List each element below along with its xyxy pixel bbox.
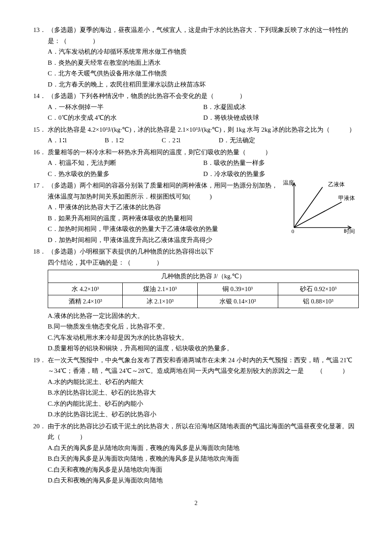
question-stem: （多选题）下列各种情况中，物质的比热容不会变化的是（ ） [48, 91, 359, 102]
table-title: 几种物质的比热容 J/（kg.℃） [48, 270, 359, 283]
table-cell: 铝 0.88×10³ [278, 295, 358, 308]
question-stem: （多选题）夏季的海边，昼夜温差小，气候宜人，这是由于水的比热容大．下列现象反映了… [48, 25, 359, 46]
question-number: 14． [33, 91, 48, 102]
question-15: 15． 水的比热容是 4.2×10³J/(kg·℃)，冰的比热容是 2.1×10… [33, 124, 359, 146]
option-d: D.水的比热容比泥土、砂石的比热容小 [48, 409, 359, 420]
table-cell: 水 4.2×10³ [48, 283, 123, 295]
option-a: A．1∶1 [48, 135, 103, 146]
table-cell: 酒精 2.4×10³ [48, 295, 123, 308]
option-b: B．炎热的夏天经常在教室的地面上洒水 [48, 58, 359, 69]
question-number: 18． [33, 246, 48, 257]
option-a: A．初温不知，无法判断 [48, 158, 203, 169]
option-d: D.质量相等的铝块和铜块，升高相同的温度，铝块吸收的热量多。 [48, 343, 359, 354]
question-number: 17． [33, 180, 48, 191]
option-a: A．汽车发动机的冷却循环系统常用水做工作物质 [48, 46, 359, 58]
option-d: D．冷水吸收的热量多 [203, 169, 359, 180]
question-18: 18． （多选题）小明根据下表提供的几种物质的比热容得出以下 四个结论，其中正确… [33, 246, 359, 354]
x-axis-label: 时间 [344, 228, 355, 234]
option-c: C．2∶1 [162, 135, 217, 146]
origin-label: 0 [291, 228, 294, 234]
question-number: 19． [33, 355, 48, 366]
option-a: A．一杯水倒掉一半 [48, 102, 203, 113]
question-stem: 在一次天气预报中，中央气象台发布了西安和香港两城市在未来 24 小时内的天气预报… [48, 355, 359, 377]
option-b: B．水凝固成冰 [203, 102, 359, 113]
question-17: 温度 乙液体 甲液体 0 时间 17． （多选题）两个相同的容器分别装了质量相同… [33, 180, 359, 245]
question-number: 16． [33, 147, 48, 158]
table-cell: 冰 2.1×10³ [123, 295, 197, 308]
temperature-time-graph: 温度 乙液体 甲液体 0 时间 [282, 179, 359, 240]
option-b: B．吸收的热量一样多 [203, 158, 359, 169]
option-d: D．北方春天的晚上，农民往稻田里灌水以防止秧苗冻坏 [48, 79, 359, 90]
table-cell: 铜 0.39×10³ [197, 283, 278, 295]
question-16: 16． 质量相等的一杯冷水和一杯热水升高相同的温度，则它们吸收的热量（ ） A．… [33, 147, 359, 180]
option-d: D.白天和夜晚的海风多是从海面吹向陆地 [48, 475, 359, 486]
specific-heat-table: 几种物质的比热容 J/（kg.℃） 水 4.2×10³ 煤油 2.1×10³ 铜… [48, 270, 359, 308]
question-19: 19． 在一次天气预报中，中央气象台发布了西安和香港两城市在未来 24 小时内的… [33, 355, 359, 420]
svg-line-2 [294, 187, 323, 228]
question-number: 15． [33, 124, 48, 136]
option-d: D．无法确定 [219, 135, 255, 146]
option-c: C．北方冬天暖气供热设备用水做工作物质 [48, 68, 359, 79]
question-stem-line-1: （多选题）小明根据下表提供的几种物质的比热容得出以下 [48, 246, 359, 257]
question-number: 20． [33, 421, 48, 432]
option-a: A.水的内能比泥土、砂石的内能大 [48, 377, 359, 388]
option-b: B.水的比热容比泥土、砂石的比热容大 [48, 387, 359, 398]
option-a: A.白天的海风多是从陆地吹向海面，夜晚的海风多是从海面吹向陆地 [48, 443, 359, 454]
option-c: C.汽车发动机用水来冷却是因为水的比热容较大。 [48, 332, 359, 343]
option-a: A.液体的比热容一定比固体的大。 [48, 311, 359, 322]
svg-line-3 [294, 202, 342, 228]
option-c: C.水的内能比泥土、砂石的内能小 [48, 398, 359, 410]
question-stem: 水的比热容是 4.2×10³J/(kg·℃)，冰的比热容是 2.1×10³J/(… [48, 124, 359, 136]
question-14: 14． （多选题）下列各种情况中，物质的比热容不会变化的是（ ） A．一杯水倒掉… [33, 91, 359, 124]
option-b: B．1∶2 [105, 135, 160, 146]
option-c: C．0℃的水变成 4℃的水 [48, 113, 203, 124]
table-cell: 水银 0.14×10³ [197, 295, 278, 308]
page-number: 2 [33, 498, 359, 508]
question-stem: 由于水的比热容比沙石或干泥土的比热容大，所以在沿海地区陆地表面的气温比海面的气温… [48, 421, 359, 443]
option-b: B.白天的海风多是从海面吹向陆地，夜晚的海风多是从陆地吹向海面 [48, 453, 359, 465]
option-c: C.白天和夜晚的海风多是从陆地吹向海面 [48, 465, 359, 476]
table-cell: 砂石 0.92×10³ [278, 283, 358, 295]
question-stem: 质量相等的一杯冷水和一杯热水升高相同的温度，则它们吸收的热量（ ） [48, 147, 359, 158]
option-b: B.同一物质发生物态变化后，比热容不变。 [48, 321, 359, 332]
question-number: 13． [33, 25, 48, 36]
question-20: 20． 由于水的比热容比沙石或干泥土的比热容大，所以在沿海地区陆地表面的气温比海… [33, 421, 359, 486]
line-label-yi: 乙液体 [328, 181, 345, 188]
table-cell: 煤油 2.1×10³ [123, 283, 197, 295]
question-13: 13． （多选题）夏季的海边，昼夜温差小，气候宜人，这是由于水的比热容大．下列现… [33, 25, 359, 90]
question-stem: （多选题）两个相同的容器分别装了质量相同的两种液体，用同一热源分别加热，液体温度… [48, 180, 279, 202]
y-axis-label: 温度 [283, 179, 294, 186]
option-d: D．将铁块锉成铁球 [203, 113, 359, 124]
line-label-jia: 甲液体 [338, 195, 355, 201]
question-stem-line-2: 四个结论，其中正确的是：（ ） [33, 257, 359, 268]
option-c: C．热水吸收的热量多 [48, 169, 203, 180]
